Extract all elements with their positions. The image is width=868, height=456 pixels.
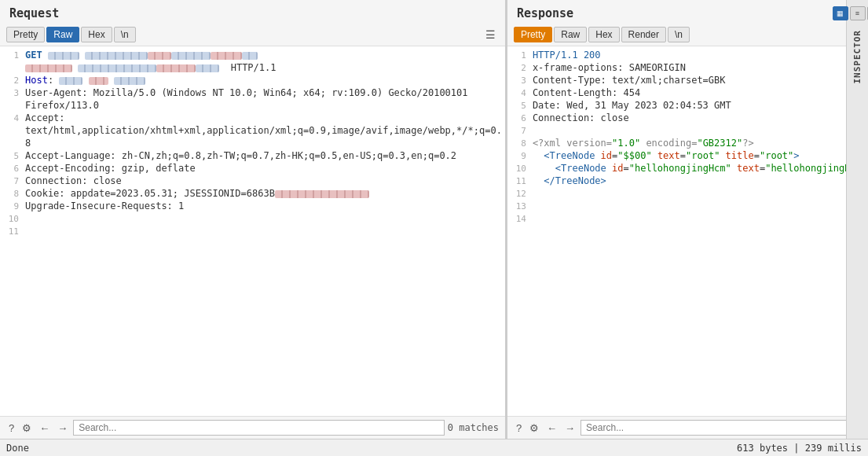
request-tab-raw[interactable]: Raw (46, 27, 79, 42)
request-matches-label: 0 matches (448, 422, 499, 433)
request-menu-icon[interactable]: ☰ (482, 27, 499, 42)
code-line: 8 <?xml version="1.0" encoding="GB2312"?… (507, 138, 846, 150)
code-line: 5 Date: Wed, 31 May 2023 02:04:53 GMT (507, 100, 846, 112)
response-title: Response (507, 0, 846, 24)
view-grid-icon[interactable]: ▦ (833, 6, 848, 20)
request-bottom-bar: ? ⚙ ← → 0 matches (0, 416, 505, 439)
view-list-icon[interactable]: ≡ (850, 6, 866, 20)
response-tab-render[interactable]: Render (621, 27, 666, 42)
request-search-input[interactable] (73, 420, 445, 436)
response-bottom-bar: ? ⚙ ← → 0 matches (507, 416, 846, 439)
response-tab-raw[interactable]: Raw (554, 27, 587, 42)
code-line: 14 (507, 213, 846, 226)
code-line: 5 Accept-Language: zh-CN,zh;q=0.8,zh-TW;… (0, 150, 505, 163)
code-line: 2 Host: (0, 75, 505, 87)
code-line: 3 Content-Type: text/xml;charset=GBK (507, 75, 846, 87)
response-tab-pretty[interactable]: Pretty (514, 27, 552, 42)
code-line: 1 HTTP/1.1 200 (507, 50, 846, 62)
request-code-area: 1 GET HTTP/1.1 2 Host: 3 User-Agent: Moz (0, 46, 505, 416)
code-line: 11 </TreeNode> (507, 175, 846, 188)
request-tab-newline[interactable]: \n (114, 27, 136, 42)
request-tab-bar: Pretty Raw Hex \n ☰ (0, 24, 505, 46)
inspector-label: INSPECTOR (852, 30, 863, 84)
view-icons-container: ▦ ≡ ≡ (830, 0, 869, 24)
response-tab-newline[interactable]: \n (668, 27, 690, 42)
response-search-input[interactable] (580, 420, 846, 436)
code-line: 13 (507, 200, 846, 213)
response-panel: Response Pretty Raw Hex Render \n ☰ 1 HT… (507, 0, 846, 439)
code-line: Firefox/113.0 (0, 100, 505, 112)
response-tab-hex[interactable]: Hex (588, 27, 619, 42)
request-forward-icon[interactable]: → (55, 421, 70, 436)
code-line: 9 <TreeNode id="$$00" text="root" title=… (507, 150, 846, 163)
code-line: 12 (507, 188, 846, 200)
response-help-icon[interactable]: ? (514, 421, 524, 436)
response-settings-icon[interactable]: ⚙ (527, 421, 541, 436)
code-line: 2 x-frame-options: SAMEORIGIN (507, 62, 846, 75)
code-line: 10 <TreeNode id="hellohongjingHcm" text=… (507, 163, 846, 175)
code-line: 7 Connection: close (0, 175, 505, 188)
view-toggle-group: ▦ ≡ ≡ (833, 6, 869, 20)
status-done-label: Done (6, 443, 29, 454)
request-settings-icon[interactable]: ⚙ (20, 421, 34, 436)
request-tab-hex[interactable]: Hex (81, 27, 112, 42)
request-tab-pretty[interactable]: Pretty (6, 27, 45, 42)
code-line: 7 (507, 125, 846, 138)
code-line: 4 Content-Length: 454 (507, 87, 846, 100)
response-tab-bar: Pretty Raw Hex Render \n ☰ (507, 24, 846, 46)
status-bytes-label: 613 bytes | 239 millis (737, 443, 862, 454)
request-help-icon[interactable]: ? (6, 421, 16, 436)
code-line: 1 GET (0, 50, 505, 62)
code-line: 8 (0, 138, 505, 150)
code-line: text/html,application/xhtml+xml,applicat… (0, 125, 505, 138)
code-line: 6 Accept-Encoding: gzip, deflate (0, 163, 505, 175)
response-code-area: 1 HTTP/1.1 200 2 x-frame-options: SAMEOR… (507, 46, 846, 416)
response-forward-icon[interactable]: → (562, 421, 577, 436)
code-line: 10 (0, 213, 505, 226)
status-bar: Done 613 bytes | 239 millis (0, 439, 868, 456)
request-panel: Request Pretty Raw Hex \n ☰ 1 GET HTTP/ (0, 0, 506, 439)
inspector-sidebar: ▦ ≡ ≡ INSPECTOR (846, 0, 868, 439)
code-line: 6 Connection: close (507, 112, 846, 125)
request-back-icon[interactable]: ← (37, 421, 52, 436)
code-line: 9 Upgrade-Insecure-Requests: 1 (0, 200, 505, 213)
code-line: 11 (0, 226, 505, 238)
response-back-icon[interactable]: ← (544, 421, 559, 436)
code-line: 3 User-Agent: Mozilla/5.0 (Windows NT 10… (0, 87, 505, 100)
code-line: 4 Accept: (0, 112, 505, 125)
code-line: HTTP/1.1 (0, 62, 505, 75)
request-title: Request (0, 0, 505, 24)
code-line: 8 Cookie: appdate=2023.05.31; JSESSIONID… (0, 188, 505, 200)
